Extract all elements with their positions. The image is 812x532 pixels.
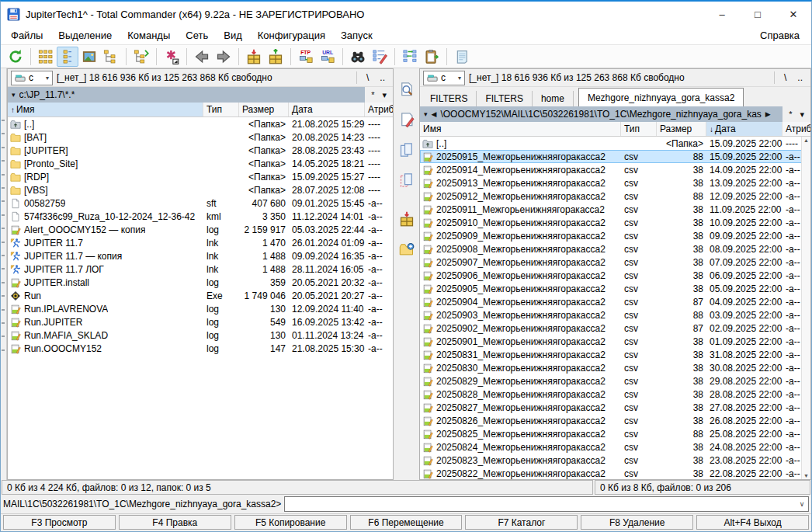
wildcard-button[interactable] [161, 47, 182, 67]
menu-item-help[interactable]: Справка [751, 28, 809, 43]
column-header-type[interactable]: Тип [621, 122, 657, 136]
file-row[interactable]: RunExe1 749 04620.05.2021 20:27-a-- [8, 289, 393, 302]
file-row[interactable]: 20250828_Межгорьенижняягоракасса2csv3828… [420, 388, 810, 401]
forward-button[interactable] [213, 47, 234, 67]
maximize-icon[interactable]: □ [740, 2, 776, 26]
file-row[interactable]: 20250825_Межгорьенижняягоракасса2csv8825… [420, 427, 810, 440]
right-up-dir-button[interactable]: .. [793, 71, 807, 84]
file-row[interactable]: 20250912_Межгорьенижняягоракасса2csv8812… [420, 190, 810, 203]
file-row[interactable]: 20250824_Межгорьенижняягоракасса2csv3824… [420, 440, 810, 454]
column-header-type[interactable]: Тип [203, 103, 239, 116]
file-row[interactable]: Run.IPLAVRENOVAlog13012.09.2024 11:40-a-… [8, 302, 393, 315]
column-header-attr[interactable]: Атриб [783, 122, 810, 136]
column-header-date[interactable]: Дата [289, 103, 365, 116]
file-row[interactable]: 20250823_Межгорьенижняягоракасса2csv3823… [420, 454, 810, 467]
folder-tree-button[interactable] [130, 47, 152, 67]
f5-copy-button[interactable]: F5 Копирование [234, 515, 347, 530]
brief-view-button[interactable] [35, 47, 57, 67]
filter-button[interactable]: * [789, 110, 792, 119]
f7-mkdir-button[interactable]: F7 Каталог [465, 515, 578, 530]
right-path-bar[interactable]: ▾ ◀ \OOOCMY152\MAIL\1C\5032261981\TO_1C\… [420, 106, 810, 122]
command-input[interactable] [285, 499, 796, 509]
path-scroll-left-icon[interactable]: ◀ [432, 110, 437, 118]
history-dropdown-icon[interactable]: ▾ [12, 91, 16, 99]
f5-copy-button[interactable] [397, 141, 417, 159]
f4-edit-button[interactable]: F4 Правка [119, 515, 231, 530]
full-view-button[interactable] [57, 47, 78, 67]
file-row[interactable]: 20250829_Межгорьенижняягоракасса2csv3829… [420, 374, 810, 388]
back-button[interactable] [191, 47, 213, 67]
menu-item-net[interactable]: Сеть [178, 28, 216, 43]
pack-button[interactable] [243, 47, 265, 67]
path-scroll-right-icon[interactable]: ▶ [765, 110, 771, 118]
tab-filters[interactable]: FILTERS [422, 91, 477, 106]
f8-delete-button[interactable]: F8 Удаление [581, 515, 693, 530]
f7-new-folder-button[interactable] [397, 240, 417, 259]
unpack-button[interactable] [265, 47, 286, 67]
history-dropdown-icon[interactable]: ▾ [424, 110, 428, 118]
f6-move-button[interactable] [397, 171, 417, 190]
scroll-up-icon[interactable]: ▲ [803, 137, 809, 143]
left-drive-combo[interactable]: c ▾ [11, 71, 53, 85]
multi-rename-button[interactable] [369, 47, 390, 67]
left-up-dir-button[interactable]: .. [375, 71, 390, 84]
file-row[interactable]: 20250831_Межгорьенижняягоракасса2csv3831… [420, 348, 810, 361]
column-header-size[interactable]: Размер [657, 122, 706, 136]
file-row[interactable]: 20250827_Межгорьенижняягоракасса2csv3827… [420, 401, 810, 414]
right-root-button[interactable]: \ [779, 71, 791, 84]
file-row[interactable]: JUPITER 11.7lnk1 47026.01.2024 01:09-a-- [8, 236, 393, 249]
file-row[interactable]: Run.JUPITERlog54916.09.2025 13:42-a-- [8, 315, 393, 329]
file-row[interactable]: 20250904_Межгорьенижняягоракасса2csv8704… [420, 295, 810, 308]
file-row[interactable]: Run.MAFIA_SKLADlog13001.11.2024 13:24-a-… [8, 329, 393, 342]
file-row[interactable]: 20250914_Межгорьенижняягоракасса2csv3814… [420, 163, 810, 176]
command-history-dropdown-icon[interactable]: ∨ [796, 500, 808, 508]
file-row[interactable]: 20250908_Межгорьенижняягоракасса2csv3808… [420, 242, 810, 256]
file-row[interactable]: 574f336c99_Ruza_10-12-2024_12-36-42kml3 … [8, 210, 393, 223]
file-row[interactable]: [JUPITER]<Папка>28.08.2025 23:43---- [8, 144, 393, 157]
refresh-button[interactable] [5, 47, 26, 67]
file-row[interactable]: [..]<Папка>15.09.2025 22:00---- [420, 137, 810, 150]
file-row[interactable]: [VBS]<Папка>28.07.2025 12:08---- [8, 183, 393, 196]
menu-item-mark[interactable]: Выделение [50, 28, 120, 43]
close-icon[interactable]: ✕ [776, 2, 811, 26]
pack-files-button[interactable] [397, 210, 417, 228]
f3-view-button[interactable]: F3 Просмотр [3, 515, 116, 530]
left-path-bar[interactable]: ▾ c:\JP_11.7\*.* * ▾ [8, 87, 393, 103]
file-row[interactable]: 00582759sft407 68009.01.2025 15:45-a-- [8, 196, 393, 210]
menu-item-files[interactable]: Файлы [3, 28, 50, 43]
ftp-connect-button[interactable]: FTP [295, 47, 317, 67]
sync-dirs-button[interactable] [399, 47, 421, 67]
file-row[interactable]: 20250910_Межгорьенижняягоракасса2csv3810… [420, 216, 810, 229]
tree-view-button[interactable] [100, 47, 122, 67]
f3-view-button[interactable] [397, 80, 417, 99]
tab-filters[interactable]: FILTERS [477, 91, 532, 106]
file-row[interactable]: 20250902_Межгорьенижняягоракасса2csv8702… [420, 322, 810, 335]
minimize-icon[interactable]: – [704, 2, 740, 26]
file-row[interactable]: [..]<Папка>21.08.2025 15:29---- [8, 117, 393, 130]
menu-item-show[interactable]: Вид [216, 28, 250, 43]
menu-item-commands[interactable]: Команды [120, 28, 178, 43]
file-row[interactable]: 20250907_Межгорьенижняягоракасса2csv3807… [420, 256, 810, 269]
search-button[interactable] [347, 47, 369, 67]
menu-item-configuration[interactable]: Конфигурация [250, 28, 333, 43]
file-row[interactable]: 20250830_Межгорьенижняягоракасса2csv3830… [420, 361, 810, 374]
file-row[interactable]: JUPITER 11.7 ЛОГlnk1 48828.11.2024 16:05… [8, 263, 393, 276]
ftp-url-button[interactable]: URL [317, 47, 338, 67]
f4-edit-button[interactable] [397, 110, 417, 129]
tab-mezhgore_nizhnyaya_gora_kassa2[interactable]: Mezhgore_nizhnyaya_gora_kassa2 [578, 88, 744, 106]
scroll-down-icon[interactable]: ▼ [803, 473, 809, 478]
column-header-attr[interactable]: Атриб [365, 103, 393, 116]
file-row[interactable]: [RDP]<Папка>15.09.2025 15:27---- [8, 170, 393, 183]
file-row[interactable]: Run.OOOCMY152log14721.08.2025 15:30-a-- [8, 342, 393, 355]
file-row[interactable]: 20250911_Межгорьенижняягоракасса2csv3811… [420, 203, 810, 216]
file-row[interactable]: 20250826_Межгорьенижняягоракасса2csv3826… [420, 414, 810, 427]
file-row[interactable]: 20250903_Межгорьенижняягоракасса2csv8803… [420, 308, 810, 322]
column-header-size[interactable]: Размер [239, 103, 289, 116]
file-row[interactable]: 20250909_Межгорьенижняягоракасса2csv3809… [420, 229, 810, 242]
file-row[interactable]: [Pronto_Site]<Папка>14.05.2025 18:21---- [8, 157, 393, 170]
column-header-name[interactable]: ↑Имя [8, 103, 203, 116]
file-row[interactable]: 20250913_Межгорьенижняягоракасса2csv3813… [420, 176, 810, 190]
file-row[interactable]: 20250906_Межгорьенижняягоракасса2csv3806… [420, 269, 810, 282]
file-row[interactable]: [BAT]<Папка>20.08.2025 14:23---- [8, 130, 393, 144]
panel-menu-dropdown-icon[interactable]: ▾ [800, 110, 804, 120]
